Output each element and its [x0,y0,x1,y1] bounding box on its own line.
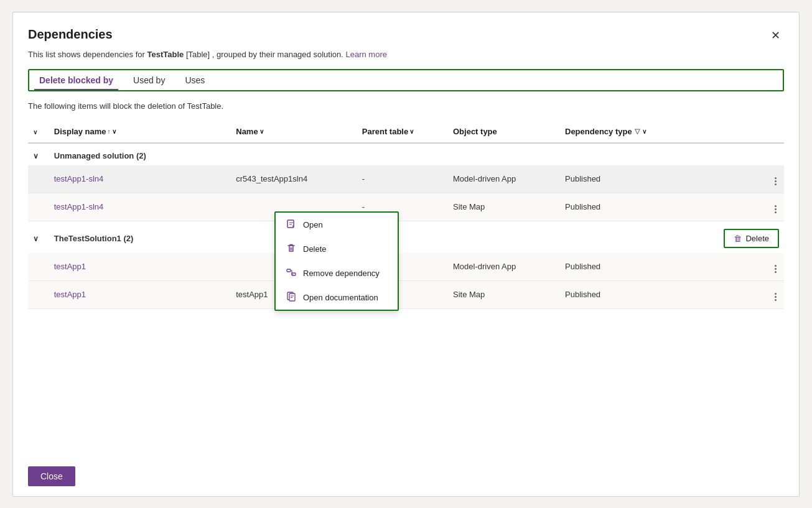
table-row: testApp1-sln4 - Site Map Published [28,193,784,221]
table-row: testApp1 testApp1 - Site Map Published [28,280,784,308]
tab-delete-blocked-by[interactable]: Delete blocked by [29,70,123,90]
row1-parent-table: - [357,165,448,193]
dependencies-dialog: Dependencies ✕ This list shows dependenc… [12,12,800,497]
row2-display-name: testApp1-sln4 [49,193,231,221]
subtitle-suffix: , grouped by their managed solution. [212,50,343,59]
th-actions [700,121,784,143]
row3-actions [700,253,784,281]
row1-display-name-link[interactable]: testApp1-sln4 [54,174,104,183]
context-open-label: Open [303,220,323,229]
close-footer-button[interactable]: Close [28,466,75,486]
learn-more-link[interactable]: Learn more [345,50,386,59]
th-display-name: Display name ↑ ∨ [49,121,231,143]
row2-dependency-type: Published [560,193,700,221]
row4-display-name-link[interactable]: testApp1 [54,290,86,299]
row1-context-menu-trigger[interactable] [772,176,779,187]
sort-up-icon: ↑ [108,128,111,135]
parent-table-sort[interactable]: Parent table ∨ [362,127,414,136]
row4-display-name: testApp1 [49,280,231,308]
row4-actions [700,280,784,308]
th-expand: ∨ [28,121,49,143]
row1-name: cr543_testApp1sln4 [231,165,357,193]
row1-object-type: Model-driven App [448,165,560,193]
context-menu-open-documentation[interactable]: Open documentation [276,285,398,310]
tab-uses[interactable]: Uses [175,70,215,90]
context-menu-remove-dependency[interactable]: Remove dependency [276,261,398,285]
expand-all-icon[interactable]: ∨ [33,129,37,136]
context-menu-delete[interactable]: Delete [276,237,398,261]
row3-dependency-type: Published [560,253,700,281]
row2-display-name-link[interactable]: testApp1-sln4 [54,202,104,211]
delete-menu-icon [286,243,297,255]
row2-expand [28,193,49,221]
name-sort[interactable]: Name ∨ [236,127,263,136]
th-dependency-type: Dependency type ▽ ∨ [560,121,700,143]
th-parent-table: Parent table ∨ [357,121,448,143]
th-object-type: Object type [448,121,560,143]
open-icon [286,219,297,231]
row3-context-menu-trigger[interactable] [772,264,779,274]
row3-display-name-link[interactable]: testApp1 [54,262,86,271]
name-sort-down-icon: ∨ [259,128,264,135]
group-label-unmanaged: Unmanaged solution (2) [49,143,784,165]
delete-btn-icon: 🗑 [734,234,742,243]
open-doc-icon [286,292,297,303]
row1-dependency-type: Published [560,165,700,193]
row1-display-name: testApp1-sln4 [49,165,231,193]
row2-object-type: Site Map [448,193,560,221]
subtitle-prefix: This list shows dependencies for [28,50,147,59]
group-row-unmanaged: ∨ Unmanaged solution (2) [28,143,784,165]
remove-dep-icon [286,267,297,279]
row2-actions [700,193,784,221]
subtitle-entity-type: [Table] [186,50,210,59]
dialog-title: Dependencies [28,27,113,42]
table-container: ∨ Display name ↑ ∨ Name ∨ [28,121,784,456]
row3-display-name: testApp1 [49,253,231,281]
description-text: The following items will block the delet… [28,101,784,111]
table-row: testApp1 - Model-driven App Published [28,253,784,281]
tab-used-by[interactable]: Used by [123,70,175,90]
group-row-theTestSolution1: ∨ TheTestSolution1 (2) 🗑 Delete [28,221,784,253]
sort-down-icon: ∨ [112,128,116,135]
row1-actions [700,165,784,193]
context-delete-label: Delete [303,244,327,254]
dialog-header: Dependencies ✕ [28,27,784,44]
svg-rect-1 [287,269,291,272]
row4-expand [28,280,49,308]
row1-expand [28,165,49,193]
table-row: testApp1-sln4 cr543_testApp1sln4 - Model… [28,165,784,193]
dialog-subtitle: This list shows dependencies for TestTab… [28,50,784,59]
context-remove-dep-label: Remove dependency [303,269,380,278]
display-name-sort[interactable]: Display name ↑ ∨ [54,127,116,136]
close-icon[interactable]: ✕ [767,27,784,44]
row3-expand [28,253,49,281]
row4-object-type: Site Map [448,280,560,308]
group2-delete-action: 🗑 Delete [700,221,784,253]
dep-type-sort-down-icon: ∨ [642,128,646,135]
row2-context-menu-trigger[interactable] [772,204,779,215]
parent-sort-down-icon: ∨ [409,128,414,135]
context-menu: Open Delete Remove dependency [274,211,399,311]
group-expand-unmanaged[interactable]: ∨ [28,143,49,165]
row4-dependency-type: Published [560,280,700,308]
dependencies-table: ∨ Display name ↑ ∨ Name ∨ [28,121,784,309]
group-expand-theTestSolution1[interactable]: ∨ [28,221,49,253]
tabs-container: Delete blocked by Used by Uses [28,69,784,91]
table-header: ∨ Display name ↑ ∨ Name ∨ [28,121,784,143]
subtitle-entity: TestTable [147,50,184,59]
filter-icon[interactable]: ▽ [635,127,640,136]
table-body: ∨ Unmanaged solution (2) testApp1-sln4 c… [28,143,784,309]
dialog-footer: Close [28,456,784,496]
row4-context-menu-trigger[interactable] [772,292,779,302]
context-menu-open[interactable]: Open [276,213,398,237]
group-delete-button[interactable]: 🗑 Delete [724,229,779,248]
context-open-doc-label: Open documentation [303,293,378,302]
row3-object-type: Model-driven App [448,253,560,281]
th-name: Name ∨ [231,121,357,143]
